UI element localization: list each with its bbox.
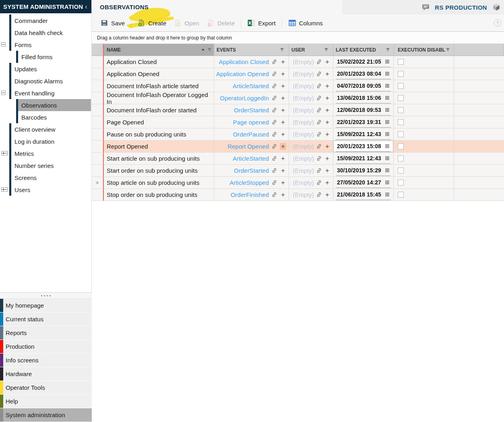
table-row[interactable]: Start order on sub producing units Order… [92,165,504,177]
event-link[interactable]: OrderFinished [231,191,269,198]
name-cell[interactable]: Page Opened [103,116,214,128]
datepicker-icon[interactable] [385,83,390,88]
execution-disabled-checkbox[interactable] [398,107,404,113]
add-event-icon[interactable]: + [280,155,286,162]
add-user-icon[interactable]: + [324,167,330,174]
link-icon[interactable] [271,119,277,125]
name-cell[interactable]: Document InfoFlash Operator Logged In [103,92,214,104]
name-cell[interactable]: Stop article on sub producing units [103,177,214,189]
export-button[interactable]: Export [247,19,275,27]
execution-disabled-checkbox[interactable] [398,155,404,161]
filter-icon[interactable] [445,47,450,52]
row-header-current[interactable]: > [92,177,103,189]
execution-disabled-checkbox[interactable] [398,180,404,186]
sidebar-item-client-overview[interactable]: Client overview [0,123,91,135]
execution-disabled-checkbox[interactable] [398,83,404,89]
sidebar-item-diagnostic-alarms[interactable]: Diagnostic Alarms [0,75,91,87]
datepicker-icon[interactable] [385,144,390,149]
table-row-selected[interactable]: Report Opened Report Opened+ (Empty)+ 20… [92,141,504,153]
link-icon[interactable] [316,192,322,198]
link-icon[interactable] [271,95,277,101]
datepicker-icon[interactable] [385,132,390,137]
filter-icon[interactable] [279,47,285,52]
sidebar-item-event-handling[interactable]: Event handling [0,87,91,99]
datepicker-icon[interactable] [385,59,390,64]
datepicker-icon[interactable] [385,168,390,173]
row-header[interactable] [92,165,103,177]
sidebar-item-data-health-check[interactable]: Data health check [0,27,91,39]
table-row[interactable]: Document InfoFlash order started OrderSt… [92,104,504,116]
row-header[interactable] [92,116,103,128]
link-icon[interactable] [271,71,277,77]
user-value[interactable]: (Empty) [293,155,314,162]
table-row[interactable]: Pause on sub producing units OrderPaused… [92,128,504,141]
event-link[interactable]: OrderStarted [234,107,269,114]
event-link[interactable]: Report Opened [227,143,269,150]
link-icon[interactable] [271,83,277,89]
event-link[interactable]: Application Opened [216,70,269,77]
splitter-grip[interactable] [0,292,92,299]
datepicker-icon[interactable] [385,71,390,76]
date-field[interactable]: 12/06/2018 09:53 [336,105,391,116]
add-user-icon[interactable]: + [324,70,330,77]
add-event-icon[interactable]: + [280,167,286,174]
column-header-execution-disabled[interactable]: EXECUTION DISABLED [394,44,454,56]
add-user-icon[interactable]: + [324,58,330,65]
datepicker-icon[interactable] [385,108,390,112]
add-event-icon[interactable]: + [280,58,286,65]
event-link[interactable]: ArticleStopped [229,179,269,186]
row-header[interactable] [92,56,103,68]
name-cell[interactable]: Stop order on sub producing units [103,189,214,201]
link-icon[interactable] [271,107,277,113]
nav-item-production[interactable]: Production [0,340,92,354]
link-icon[interactable] [271,168,277,174]
delete-button[interactable]: Delete [207,19,235,27]
execution-disabled-checkbox[interactable] [398,119,404,125]
date-field[interactable]: 27/05/2020 14:27 [336,178,391,188]
link-icon[interactable] [271,131,277,137]
create-button[interactable]: Create [137,19,166,27]
row-header[interactable] [92,141,103,153]
filter-icon[interactable] [207,47,212,52]
sidebar-item-metrics[interactable]: Metrics [0,147,91,159]
nav-item-help[interactable]: Help [0,395,92,408]
link-icon[interactable] [271,180,277,186]
execution-disabled-checkbox[interactable] [398,143,404,149]
add-event-icon[interactable]: + [280,70,286,77]
event-link[interactable]: OrderPaused [233,131,269,138]
name-cell[interactable]: Report Opened [103,141,214,153]
link-icon[interactable] [316,143,322,149]
row-header[interactable] [92,104,103,116]
user-value[interactable]: (Empty) [293,167,314,174]
user-value[interactable]: (Empty) [293,143,314,150]
add-event-icon[interactable]: + [280,119,286,126]
date-field[interactable]: 15/02/2022 21:05 [336,57,391,67]
name-cell[interactable]: Pause on sub producing units [103,128,214,141]
date-field[interactable]: 21/06/2018 15:45 [336,190,391,200]
link-icon[interactable] [316,131,322,137]
collapse-sidebar-icon[interactable]: ‹ [85,3,87,11]
date-field[interactable]: 15/09/2021 12:43 [336,129,391,140]
add-user-icon[interactable]: + [324,119,330,126]
table-row[interactable]: Application Closed Application Closed+ (… [92,56,504,68]
table-row[interactable]: Document InfoFlash Operator Logged In Op… [92,92,504,104]
column-header-user[interactable]: USER [289,44,333,56]
nav-item-info-screens[interactable]: Info screens [0,354,92,367]
execution-disabled-checkbox[interactable] [398,71,404,77]
expand-node-icon[interactable] [1,187,8,192]
collapse-node-icon[interactable] [1,91,6,95]
link-icon[interactable] [316,95,322,101]
name-cell[interactable]: Document InfoFlash order started [103,104,214,116]
sidebar-item-users[interactable]: Users [0,184,91,196]
add-user-icon[interactable]: + [324,143,330,150]
date-field[interactable]: 20/01/2023 15:08 [336,141,391,152]
filter-icon[interactable] [324,47,329,52]
add-user-icon[interactable]: + [324,95,330,101]
link-icon[interactable] [271,192,277,198]
execution-disabled-checkbox[interactable] [398,168,404,174]
add-event-icon[interactable]: + [280,107,286,114]
datepicker-icon[interactable] [385,120,390,124]
user-value[interactable]: (Empty) [293,83,314,89]
user-value[interactable]: (Empty) [293,131,314,138]
name-cell[interactable]: Application Opened [103,68,214,80]
